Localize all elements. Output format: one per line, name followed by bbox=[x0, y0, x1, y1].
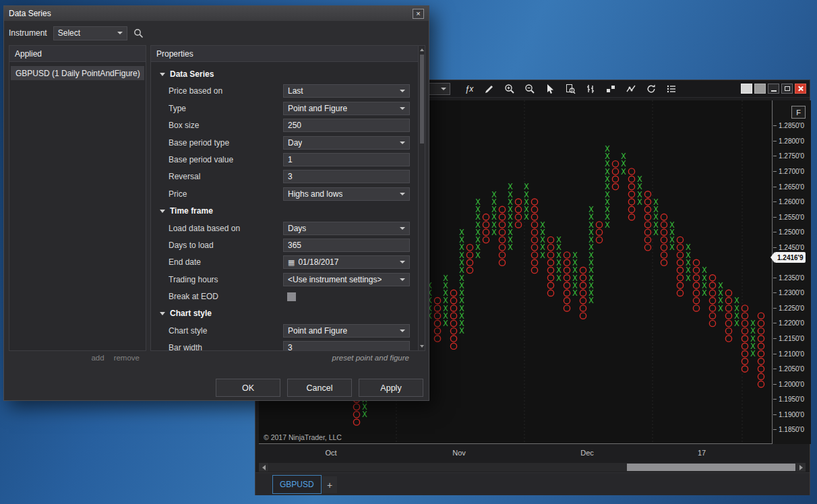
zigzag-icon[interactable] bbox=[625, 83, 637, 95]
chevron-down-icon bbox=[117, 32, 123, 34]
property-value: Point and Figure bbox=[288, 326, 347, 336]
property-select[interactable]: Highs and lows bbox=[283, 187, 410, 201]
svg-text:X: X bbox=[669, 220, 675, 230]
property-label: End date bbox=[169, 257, 283, 267]
remove-series-link[interactable]: remove bbox=[114, 354, 140, 362]
property-label: Days to load bbox=[169, 241, 283, 250]
property-row: Chart stylePoint and Figure bbox=[151, 324, 418, 338]
search-icon bbox=[133, 28, 144, 38]
refresh-icon[interactable] bbox=[645, 83, 657, 95]
indicators-icon[interactable]: ƒx bbox=[463, 83, 475, 95]
property-row: Base period typeDay bbox=[151, 136, 418, 150]
property-label: Bar width bbox=[169, 343, 283, 350]
scroll-left-button[interactable] bbox=[259, 463, 268, 472]
svg-text:X: X bbox=[459, 228, 464, 237]
instrument-row: Instrument Select bbox=[4, 21, 429, 45]
cursor-icon[interactable] bbox=[544, 83, 556, 95]
property-input[interactable]: 1 bbox=[283, 153, 410, 166]
property-value: Last bbox=[288, 86, 303, 96]
chevron-down-icon bbox=[400, 193, 405, 195]
properties-header: Properties bbox=[151, 46, 418, 62]
scroll-down-button[interactable] bbox=[420, 342, 424, 350]
property-select[interactable]: Day bbox=[283, 136, 410, 150]
layout-grid-button[interactable] bbox=[754, 84, 766, 94]
price-axis-label: 1.1850'0 bbox=[773, 425, 804, 435]
desktop-background: … ƒx bbox=[0, 0, 817, 504]
date-picker[interactable]: ▦01/18/2017 bbox=[283, 255, 410, 269]
data-box-icon[interactable] bbox=[564, 83, 576, 95]
pencil-icon[interactable] bbox=[483, 83, 495, 95]
chevron-down-icon bbox=[400, 329, 405, 332]
property-row: Break at EOD bbox=[151, 290, 418, 303]
svg-text:X: X bbox=[508, 182, 513, 191]
scroll-right-button[interactable] bbox=[796, 463, 806, 472]
chevron-down-icon bbox=[400, 90, 405, 92]
scrollbar-track[interactable] bbox=[269, 463, 795, 472]
bar-chart-icon[interactable] bbox=[584, 83, 597, 95]
dialog-close-button[interactable]: × bbox=[413, 9, 424, 19]
applied-header: Applied bbox=[9, 46, 146, 62]
property-select[interactable]: Last bbox=[283, 84, 410, 98]
property-value: Day bbox=[288, 138, 302, 148]
maximize-icon bbox=[785, 86, 790, 91]
scroll-up-button[interactable] bbox=[420, 46, 424, 54]
svg-text:X: X bbox=[605, 144, 610, 154]
time-axis-label: Nov bbox=[444, 449, 474, 457]
break-at-eod-checkbox[interactable] bbox=[287, 292, 296, 301]
collapse-triangle-icon bbox=[160, 210, 165, 213]
applied-actions: add remove bbox=[9, 354, 146, 362]
property-row: Price based onLast bbox=[151, 84, 418, 98]
property-value: Days bbox=[288, 224, 306, 233]
property-select[interactable]: Point and Figure bbox=[283, 324, 410, 338]
applied-series-item[interactable]: GBPUSD (1 Daily PointAndFigure) bbox=[11, 66, 144, 80]
property-label: Base period value bbox=[169, 155, 283, 164]
price-axis: F 1.2416'9 1.2850'01.2800'01.2750'01.270… bbox=[773, 100, 811, 444]
property-select[interactable]: Point and Figure bbox=[283, 102, 410, 115]
dialog-titlebar[interactable]: Data Series × bbox=[4, 6, 429, 21]
property-value: 3 bbox=[288, 343, 293, 350]
property-value: Point and Figure bbox=[288, 104, 347, 113]
section-header[interactable]: Time frame bbox=[151, 204, 418, 218]
chart-blocks-icon[interactable] bbox=[605, 83, 617, 95]
cancel-button[interactable]: Cancel bbox=[287, 379, 352, 397]
chevron-down-icon bbox=[400, 278, 405, 281]
zoom-out-icon[interactable] bbox=[524, 83, 536, 95]
dialog-buttons: OK Cancel Apply bbox=[216, 379, 423, 397]
close-window-button[interactable] bbox=[795, 84, 806, 94]
property-select[interactable]: <Use instrument settings> bbox=[283, 273, 410, 286]
property-value: 01/18/2017 bbox=[298, 257, 338, 267]
svg-text:X: X bbox=[475, 197, 481, 207]
minimize-button[interactable] bbox=[768, 84, 779, 94]
layout-single-button[interactable] bbox=[741, 84, 752, 94]
property-select[interactable]: Days bbox=[283, 222, 410, 235]
property-input[interactable]: 250 bbox=[283, 119, 410, 132]
property-row: Load data based onDays bbox=[151, 222, 418, 235]
tab-gbpusd[interactable]: GBPUSD bbox=[272, 475, 322, 494]
ok-button[interactable]: OK bbox=[216, 379, 280, 397]
property-label: Price bbox=[169, 189, 283, 199]
property-input[interactable]: 3 bbox=[283, 170, 410, 183]
section-header[interactable]: Data Series bbox=[151, 67, 418, 81]
time-axis-label: Oct bbox=[316, 449, 346, 457]
price-axis-label: 1.2200'0 bbox=[773, 319, 804, 328]
property-value: Highs and lows bbox=[288, 189, 342, 199]
list-icon[interactable] bbox=[665, 83, 677, 95]
property-input[interactable]: 3 bbox=[283, 341, 410, 350]
arrow-right-icon bbox=[799, 465, 803, 470]
instrument-select[interactable]: Select bbox=[53, 26, 127, 40]
scrollbar-thumb[interactable] bbox=[627, 464, 795, 471]
add-tab-button[interactable]: + bbox=[322, 476, 337, 493]
svg-text:X: X bbox=[443, 274, 448, 283]
section-header[interactable]: Chart style bbox=[151, 307, 418, 320]
instrument-search-button[interactable] bbox=[133, 28, 144, 38]
f-button[interactable]: F bbox=[791, 106, 806, 119]
property-input[interactable]: 365 bbox=[283, 239, 410, 252]
scrollbar-thumb[interactable] bbox=[420, 55, 424, 144]
svg-text:X: X bbox=[718, 281, 723, 290]
zoom-in-icon[interactable] bbox=[504, 83, 516, 95]
price-axis-label: 1.2550'0 bbox=[773, 212, 804, 222]
maximize-button[interactable] bbox=[781, 84, 793, 94]
section-title: Time frame bbox=[170, 206, 213, 216]
add-series-link[interactable]: add bbox=[91, 354, 104, 362]
apply-button[interactable]: Apply bbox=[359, 379, 423, 397]
